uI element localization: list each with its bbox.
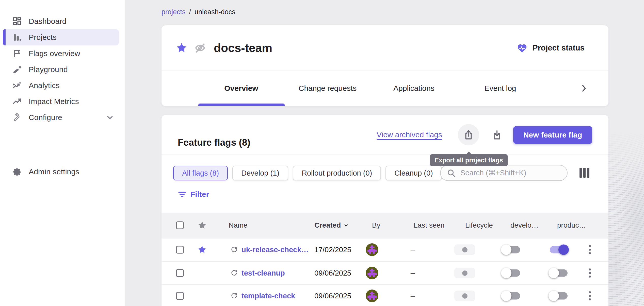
sidebar-item-admin-settings[interactable]: Admin settings — [0, 164, 125, 180]
bar-chart-icon — [12, 32, 22, 42]
column-header-lifecycle[interactable]: Lifecycle — [465, 221, 493, 229]
sidebar-item-label: Configure — [29, 113, 62, 122]
row-checkbox[interactable] — [176, 246, 184, 254]
project-title: docs-team — [214, 41, 272, 55]
sidebar-item-label: Projects — [29, 33, 57, 42]
feature-flags-title: Feature flags (8) — [178, 137, 250, 148]
breadcrumb-separator: / — [189, 8, 191, 16]
export-tooltip: Export all project flags — [430, 154, 508, 166]
favorite-star-icon[interactable] — [176, 42, 187, 54]
analytics-icon — [12, 81, 22, 90]
lifecycle-badge[interactable] — [454, 244, 475, 255]
lifecycle-sync-icon — [230, 246, 238, 254]
view-archived-flags-link[interactable]: View archived flags — [377, 130, 442, 139]
feature-flags-card: Feature flags (8) View archived flags Ne… — [162, 115, 608, 306]
gear-icon — [12, 167, 22, 177]
last-seen-value: – — [411, 269, 415, 277]
sidebar-item-playground[interactable]: Playground — [0, 61, 125, 77]
user-avatar[interactable] — [365, 266, 379, 280]
favorites-column-star-icon[interactable] — [198, 221, 207, 230]
production-toggle[interactable] — [550, 292, 568, 300]
project-tabs: Overview Change requests Applications Ev… — [162, 71, 608, 106]
column-header-production[interactable]: produc… — [557, 221, 586, 229]
table-row: test-cleanup 09/06/2025 – — [162, 261, 608, 284]
sidebar-item-projects[interactable]: Projects — [3, 29, 119, 45]
row-menu-kebab-icon[interactable] — [589, 268, 591, 278]
chip-develop[interactable]: Develop (1) — [232, 166, 288, 180]
wand-icon — [12, 65, 22, 74]
lifecycle-badge[interactable] — [454, 291, 475, 301]
development-toggle[interactable] — [502, 292, 520, 300]
hidden-eye-icon — [194, 42, 206, 54]
tab-change-requests[interactable]: Change requests — [284, 84, 371, 93]
chevron-right-icon[interactable] — [579, 83, 589, 93]
created-date: 17/02/2025 — [314, 246, 351, 254]
columns-settings-button[interactable] — [579, 168, 589, 178]
lifecycle-sync-icon — [230, 292, 238, 300]
feature-flags-header: Feature flags (8) View archived flags Ne… — [162, 115, 608, 155]
user-avatar[interactable] — [365, 243, 379, 256]
sort-chevron-down-icon — [343, 222, 349, 229]
sidebar-item-impact-metrics[interactable]: Impact Metrics — [0, 93, 125, 109]
user-avatar[interactable] — [365, 289, 379, 302]
row-menu-kebab-icon[interactable] — [589, 291, 591, 300]
chevron-down-icon — [106, 113, 114, 122]
column-header-development[interactable]: develo… — [510, 221, 539, 229]
chip-all-flags[interactable]: All flags (8) — [173, 166, 228, 180]
column-header-name[interactable]: Name — [229, 221, 248, 229]
lifecycle-badge[interactable] — [454, 268, 475, 278]
development-toggle[interactable] — [502, 269, 520, 277]
chip-cleanup[interactable]: Cleanup (0) — [385, 166, 442, 180]
lifecycle-sync-icon — [230, 269, 238, 277]
favorite-star-icon[interactable] — [198, 245, 207, 254]
sidebar-item-label: Impact Metrics — [29, 97, 79, 106]
breadcrumb-current: unleash-docs — [195, 8, 235, 16]
sidebar-item-label: Flags overview — [29, 49, 80, 58]
import-icon — [491, 129, 503, 141]
flag-icon — [12, 49, 22, 58]
wrench-icon — [12, 113, 22, 122]
sidebar: Dashboard Projects Flags overview Playgr… — [0, 0, 125, 306]
breadcrumb-projects-link[interactable]: projects — [162, 8, 186, 16]
sidebar-item-analytics[interactable]: Analytics — [0, 77, 125, 93]
sidebar-item-flags-overview[interactable]: Flags overview — [0, 45, 125, 61]
production-toggle[interactable] — [550, 246, 568, 253]
flag-name-link[interactable]: template-check — [241, 292, 295, 300]
row-menu-kebab-icon[interactable] — [589, 245, 591, 254]
column-header-last-seen[interactable]: Last seen — [414, 221, 444, 229]
search-input[interactable] — [460, 168, 561, 177]
export-icon — [463, 129, 474, 141]
sidebar-item-label: Dashboard — [29, 17, 67, 26]
production-toggle[interactable] — [550, 269, 568, 277]
project-title-row: docs-team Project status — [162, 25, 608, 71]
sidebar-item-configure[interactable]: Configure — [0, 109, 125, 125]
tab-event-log[interactable]: Event log — [457, 84, 543, 93]
filter-icon — [178, 190, 187, 199]
column-header-created-label: Created — [314, 221, 341, 229]
table-row: template-check 09/06/2025 – — [162, 284, 608, 306]
column-header-by[interactable]: By — [372, 221, 380, 229]
flag-search — [440, 165, 568, 181]
sidebar-nav: Dashboard Projects Flags overview Playgr… — [0, 13, 125, 125]
last-seen-value: – — [411, 292, 415, 300]
flag-name-link[interactable]: uk-release-check… — [241, 246, 309, 254]
select-all-checkbox[interactable] — [176, 222, 184, 229]
sidebar-item-dashboard[interactable]: Dashboard — [0, 13, 125, 29]
trending-up-icon — [12, 97, 22, 106]
chip-rollout-production[interactable]: Rollout production (0) — [293, 166, 381, 180]
column-header-created[interactable]: Created — [314, 221, 349, 229]
sidebar-admin-section: Admin settings — [0, 164, 125, 180]
development-toggle[interactable] — [502, 246, 520, 253]
row-checkbox[interactable] — [176, 292, 184, 300]
tab-overview[interactable]: Overview — [198, 84, 284, 93]
created-date: 09/06/2025 — [314, 269, 351, 277]
import-flags-button[interactable] — [486, 124, 508, 145]
export-flags-button[interactable] — [458, 124, 479, 145]
flag-name-link[interactable]: test-cleanup — [241, 269, 285, 277]
row-checkbox[interactable] — [176, 269, 184, 277]
project-status-button[interactable]: Project status — [516, 42, 594, 54]
new-feature-flag-button[interactable]: New feature flag — [513, 126, 592, 144]
tab-applications[interactable]: Applications — [371, 84, 457, 93]
filter-button[interactable]: Filter — [178, 190, 209, 199]
sidebar-item-label: Playground — [29, 65, 68, 74]
